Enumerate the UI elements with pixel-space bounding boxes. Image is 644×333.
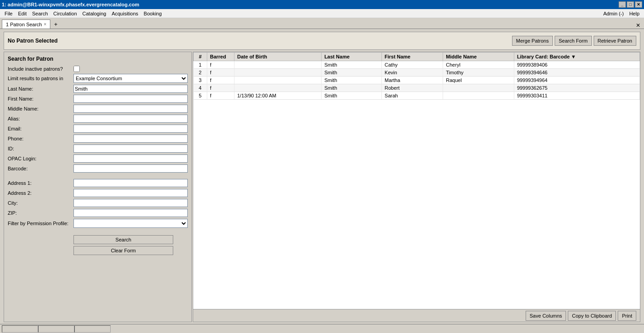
- address2-label: Address 2:: [8, 190, 73, 196]
- col-header-last-name[interactable]: Last Name: [322, 53, 382, 61]
- table-header-row: # Barred Date of Birth Last Name First N…: [194, 53, 640, 61]
- first-name-input[interactable]: [73, 95, 188, 103]
- col-header-middle-name[interactable]: Middle Name: [443, 53, 514, 61]
- col-header-library-card[interactable]: Library Card: Barcode ▼: [514, 53, 639, 61]
- copy-clipboard-button[interactable]: Copy to Clipboard: [568, 311, 616, 321]
- col-header-dob[interactable]: Date of Birth: [234, 53, 322, 61]
- address1-input[interactable]: [73, 179, 188, 187]
- menu-search[interactable]: Search: [29, 10, 51, 17]
- address2-row: Address 2:: [8, 189, 188, 197]
- city-input[interactable]: [73, 199, 188, 207]
- tab-close-icon[interactable]: ×: [44, 22, 47, 27]
- minimize-button[interactable]: _: [619, 1, 626, 8]
- filter-permission-select[interactable]: [73, 219, 188, 228]
- cell-first-name: Robert: [382, 84, 443, 92]
- address1-row: Address 1:: [8, 179, 188, 187]
- opac-login-input[interactable]: [73, 154, 188, 163]
- col-header-barred[interactable]: Barred: [207, 53, 234, 61]
- table-row[interactable]: 4 f Smith Robert 99999362675: [194, 84, 640, 92]
- cell-middle-name: Timothy: [443, 69, 514, 77]
- menu-circulation[interactable]: Circulation: [51, 10, 80, 17]
- clear-form-button[interactable]: Clear Form: [73, 246, 173, 255]
- bottom-bar: Save Columns Copy to Clipboard Print: [193, 309, 640, 322]
- cell-last-name: Smith: [322, 77, 382, 84]
- address2-input[interactable]: [73, 189, 188, 197]
- search-button[interactable]: Search: [73, 235, 173, 244]
- cell-first-name: Kevin: [382, 69, 443, 77]
- barcode-input[interactable]: [73, 164, 188, 173]
- limit-results-row: Limit results to patrons in Example Cons…: [8, 74, 188, 83]
- zip-label: ZIP:: [8, 210, 73, 216]
- search-panel: Search for Patron Include inactive patro…: [4, 52, 192, 322]
- menu-cataloging[interactable]: Cataloging: [80, 10, 109, 17]
- tab-bar-close[interactable]: ✕: [634, 22, 642, 29]
- maximize-button[interactable]: □: [627, 1, 634, 8]
- cell-first-name: Cathy: [382, 61, 443, 69]
- include-inactive-checkbox[interactable]: [73, 66, 80, 72]
- cell-library-card: 99999303411: [514, 92, 639, 100]
- middle-name-input[interactable]: [73, 105, 188, 113]
- tab-patron-search[interactable]: 1 Patron Search ×: [2, 19, 50, 29]
- table-row[interactable]: 2 f Smith Kevin Timothy 99999394646: [194, 69, 640, 77]
- col-header-num[interactable]: #: [194, 53, 207, 61]
- limit-results-select[interactable]: Example Consortium: [73, 74, 188, 83]
- menu-booking[interactable]: Booking: [141, 10, 165, 17]
- cell-num: 3: [194, 77, 207, 84]
- cell-num: 1: [194, 61, 207, 69]
- cell-library-card: 99999389406: [514, 61, 639, 69]
- search-form-button[interactable]: Search Form: [555, 36, 592, 46]
- save-columns-button[interactable]: Save Columns: [526, 311, 566, 321]
- status-segment-2: [38, 325, 74, 333]
- cell-library-card: 99999362675: [514, 84, 639, 92]
- cell-first-name: Sarah: [382, 92, 443, 100]
- include-inactive-label: Include inactive patrons?: [8, 66, 73, 72]
- email-input[interactable]: [73, 125, 188, 133]
- zip-input[interactable]: [73, 209, 188, 217]
- last-name-input[interactable]: [73, 85, 188, 93]
- table-row[interactable]: 1 f Smith Cathy Cheryl 99999389406: [194, 61, 640, 69]
- cell-num: 4: [194, 84, 207, 92]
- cell-library-card: 99999394964: [514, 77, 639, 84]
- table-row[interactable]: 5 f 1/13/90 12:00 AM Smith Sarah 9999930…: [194, 92, 640, 100]
- email-label: Email:: [8, 126, 73, 131]
- title-bar-controls: _ □ ✕: [619, 1, 642, 8]
- menu-edit[interactable]: Edit: [15, 10, 29, 17]
- status-segment-3: [74, 325, 111, 333]
- results-table-container[interactable]: # Barred Date of Birth Last Name First N…: [193, 52, 640, 309]
- cell-dob: [234, 61, 322, 69]
- table-row[interactable]: 3 f Smith Martha Raquel 99999394964: [194, 77, 640, 84]
- middle-name-label: Middle Name:: [8, 106, 73, 111]
- cell-middle-name: Raquel: [443, 77, 514, 84]
- city-row: City:: [8, 199, 188, 207]
- id-input[interactable]: [73, 145, 188, 153]
- retrieve-patron-button[interactable]: Retrieve Patron: [594, 36, 636, 46]
- barcode-label: Barcode:: [8, 166, 73, 171]
- cell-dob: [234, 77, 322, 84]
- cell-barred: f: [207, 77, 234, 84]
- main-content: No Patron Selected Merge Patrons Search …: [0, 29, 644, 324]
- menu-help[interactable]: Help: [626, 10, 642, 17]
- info-bar-buttons: Merge Patrons Search Form Retrieve Patro…: [512, 36, 636, 46]
- menu-file[interactable]: File: [2, 10, 15, 17]
- tab-add-button[interactable]: +: [51, 19, 60, 29]
- alias-input[interactable]: [73, 115, 188, 123]
- opac-login-row: OPAC Login:: [8, 154, 188, 163]
- status-bar: [0, 324, 644, 333]
- cell-middle-name: [443, 92, 514, 100]
- id-row: ID:: [8, 145, 188, 153]
- results-panel: # Barred Date of Birth Last Name First N…: [193, 52, 640, 322]
- last-name-label: Last Name:: [8, 86, 73, 92]
- phone-input[interactable]: [73, 135, 188, 143]
- opac-login-label: OPAC Login:: [8, 156, 73, 161]
- col-header-first-name[interactable]: First Name: [382, 53, 443, 61]
- cell-middle-name: [443, 84, 514, 92]
- title-bar: 1: admin@BR1-winxpvmfx.phasefx.evergreen…: [0, 0, 644, 9]
- menu-acquisitions[interactable]: Acquisitions: [109, 10, 141, 17]
- city-label: City:: [8, 200, 73, 206]
- tab-bar: 1 Patron Search × + ✕: [0, 18, 644, 29]
- menu-admin[interactable]: Admin (-): [600, 10, 626, 17]
- print-button[interactable]: Print: [618, 311, 636, 321]
- close-window-button[interactable]: ✕: [635, 1, 642, 8]
- merge-patrons-button[interactable]: Merge Patrons: [512, 36, 553, 46]
- address1-label: Address 1:: [8, 180, 73, 186]
